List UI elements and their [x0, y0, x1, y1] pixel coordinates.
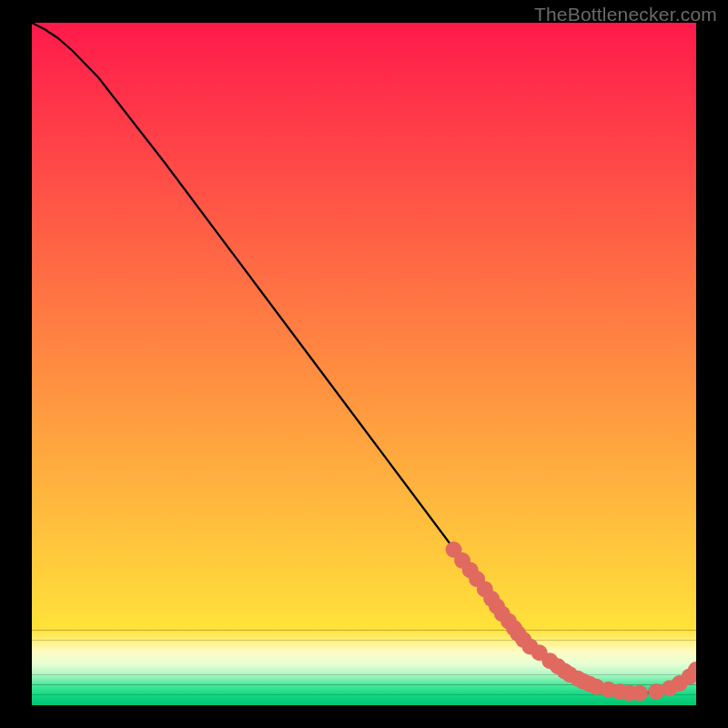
svg-rect-7	[32, 695, 696, 705]
svg-rect-3	[32, 651, 696, 664]
gradient-background	[32, 23, 696, 705]
chart-stage: TheBottlenecker.com	[0, 0, 728, 728]
chart-svg	[32, 23, 696, 705]
svg-rect-2	[32, 641, 696, 651]
svg-rect-0	[32, 23, 696, 631]
svg-rect-4	[32, 664, 696, 674]
plot-area	[32, 23, 696, 705]
data-point	[632, 685, 648, 702]
svg-rect-1	[32, 631, 696, 641]
